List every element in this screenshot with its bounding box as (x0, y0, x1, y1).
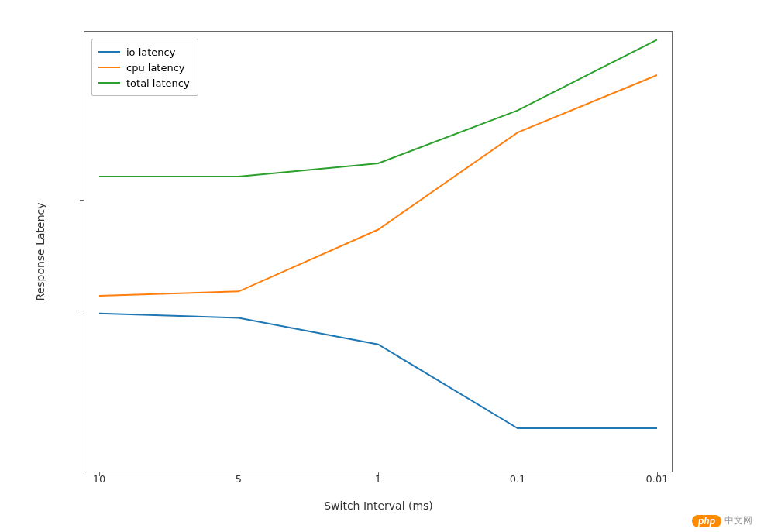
x-tick-label: 0.1 (494, 473, 541, 485)
legend-item-io: io latency (98, 44, 190, 60)
x-tick-label: 10 (76, 473, 122, 485)
legend-swatch-cpu (98, 67, 120, 68)
x-tick-label: 5 (215, 473, 262, 485)
y-axis-label: Response Latency (34, 202, 46, 300)
x-tick-label: 0.01 (634, 473, 680, 485)
legend-item-cpu: cpu latency (98, 60, 190, 75)
php-badge: php (692, 515, 721, 527)
series-line-io-latency (99, 314, 657, 428)
legend-label: total latency (126, 77, 190, 89)
watermark: php 中文网 (692, 514, 752, 527)
chart-container: 10 5 1 0.1 0.01 Switch Interval (ms) Res… (0, 0, 757, 532)
legend-swatch-io (98, 51, 120, 53)
series-line-cpu-latency (99, 75, 657, 296)
chart-svg (84, 31, 673, 472)
legend-label: cpu latency (126, 62, 185, 74)
watermark-text: 中文网 (724, 514, 752, 527)
legend-label: io latency (126, 46, 175, 58)
legend: io latency cpu latency total latency (91, 39, 198, 96)
legend-swatch-total (98, 82, 120, 84)
x-axis-label: Switch Interval (ms) (0, 499, 757, 512)
legend-item-total: total latency (98, 75, 190, 91)
x-tick-label: 1 (355, 473, 401, 485)
